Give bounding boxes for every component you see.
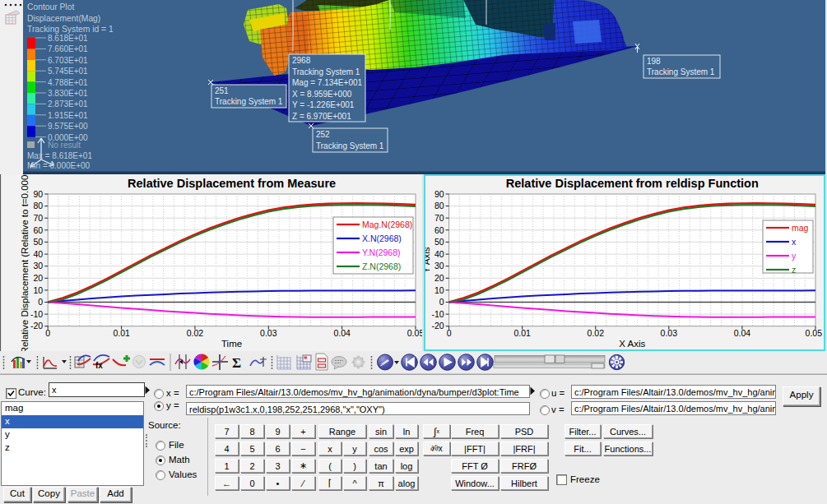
svg-text:40: 40 <box>34 249 44 259</box>
svg-text:0.01: 0.01 <box>113 328 130 338</box>
svg-text:10: 10 <box>434 285 444 295</box>
svg-text:0.05: 0.05 <box>806 328 823 338</box>
svg-text:z: z <box>792 265 796 275</box>
svg-text:Mag.N(2968): Mag.N(2968) <box>362 220 412 229</box>
svg-text:0.03: 0.03 <box>260 328 277 338</box>
svg-text:60: 60 <box>34 225 44 235</box>
svg-text:0: 0 <box>38 297 43 307</box>
svg-text:30: 30 <box>34 261 44 270</box>
svg-text:198: 198 <box>647 57 661 66</box>
svg-text:X Axis: X Axis <box>619 339 645 349</box>
svg-text:0: 0 <box>45 328 50 338</box>
svg-text:3.830E+01: 3.830E+01 <box>48 89 88 98</box>
svg-text:-10: -10 <box>30 309 43 319</box>
svg-text:1.915E+01: 1.915E+01 <box>48 111 88 120</box>
svg-text:y: y <box>792 251 797 261</box>
svg-text:40: 40 <box>434 249 444 259</box>
svg-text:5.745E+01: 5.745E+01 <box>48 67 88 76</box>
svg-text:90: 90 <box>34 189 44 199</box>
svg-text:Z.N(2968): Z.N(2968) <box>362 261 401 271</box>
svg-text:4.788E+01: 4.788E+01 <box>48 78 88 87</box>
svg-text:90: 90 <box>434 189 444 199</box>
svg-text:0.03: 0.03 <box>661 328 678 338</box>
svg-text:Min = 0.000E+00: Min = 0.000E+00 <box>27 161 91 170</box>
svg-text:Z = 6.970E+001: Z = 6.970E+001 <box>292 112 351 121</box>
svg-text:70: 70 <box>34 213 44 223</box>
svg-text:0.02: 0.02 <box>187 328 204 338</box>
svg-text:X.N(2968): X.N(2968) <box>362 234 402 243</box>
svg-text:252: 252 <box>316 130 330 139</box>
svg-text:Tracking System 1: Tracking System 1 <box>292 67 360 76</box>
svg-text:70: 70 <box>434 213 444 223</box>
svg-text:Y Axis: Y Axis <box>425 247 431 273</box>
svg-text:Σ: Σ <box>232 355 241 371</box>
svg-text:mag: mag <box>792 223 809 233</box>
svg-text:0.02: 0.02 <box>588 328 605 338</box>
svg-text:Tracking System 1: Tracking System 1 <box>316 141 384 150</box>
svg-text:8.618E+01: 8.618E+01 <box>48 34 88 43</box>
svg-text:20: 20 <box>34 273 44 283</box>
svg-text:Tracking System 1: Tracking System 1 <box>647 67 715 76</box>
svg-text:No result: No result <box>48 141 81 150</box>
svg-text:50: 50 <box>34 237 44 247</box>
svg-text:Mag = 7.134E+001: Mag = 7.134E+001 <box>292 78 363 87</box>
svg-text:Displacement(Mag): Displacement(Mag) <box>27 14 100 23</box>
svg-text:7.660E+01: 7.660E+01 <box>48 44 88 53</box>
svg-text:60: 60 <box>434 225 444 235</box>
svg-text:Tracking System id = 1: Tracking System id = 1 <box>27 25 114 34</box>
svg-text:Tracking System 1: Tracking System 1 <box>215 97 283 106</box>
svg-text:-20: -20 <box>30 321 43 331</box>
svg-text:Relative Displacement from Mea: Relative Displacement from Measure <box>128 177 336 190</box>
svg-text:10: 10 <box>34 285 44 295</box>
svg-text:2.873E+01: 2.873E+01 <box>48 99 88 109</box>
svg-text:Relative Displacement from rel: Relative Displacement from reldisp Funct… <box>506 177 759 190</box>
svg-text:30: 30 <box>434 261 444 270</box>
svg-text:0.04: 0.04 <box>734 328 751 338</box>
svg-text:Relative Displacement (Relativ: Relative Displacement (Relative to t=0.0… <box>20 174 30 351</box>
svg-text:Contour Plot: Contour Plot <box>27 2 74 12</box>
svg-text:X = 8.959E+000: X = 8.959E+000 <box>292 90 352 99</box>
svg-text:9.575E+00: 9.575E+00 <box>48 122 88 131</box>
svg-text:x: x <box>792 237 797 247</box>
svg-text:251: 251 <box>215 86 229 95</box>
svg-text:80: 80 <box>34 201 44 210</box>
svg-text:50: 50 <box>434 237 444 247</box>
svg-text:0: 0 <box>447 328 452 338</box>
svg-text:20: 20 <box>434 273 444 283</box>
svg-text:6.703E+01: 6.703E+01 <box>48 56 88 65</box>
svg-text:0: 0 <box>439 297 444 307</box>
svg-text:-20: -20 <box>431 321 444 331</box>
svg-text:Max = 8.618E+01: Max = 8.618E+01 <box>27 151 92 160</box>
svg-text:0.01: 0.01 <box>513 328 531 338</box>
svg-text:Y = -1.226E+001: Y = -1.226E+001 <box>292 100 355 109</box>
svg-text:0.05: 0.05 <box>407 328 422 338</box>
svg-text:80: 80 <box>434 201 444 210</box>
svg-text:Y.N(2968): Y.N(2968) <box>362 247 401 257</box>
svg-text:0.04: 0.04 <box>333 328 351 338</box>
svg-text:fx: fx <box>95 361 103 370</box>
svg-text:2968: 2968 <box>292 56 311 65</box>
svg-text:-10: -10 <box>431 309 444 319</box>
svg-text:Time: Time <box>221 339 242 349</box>
